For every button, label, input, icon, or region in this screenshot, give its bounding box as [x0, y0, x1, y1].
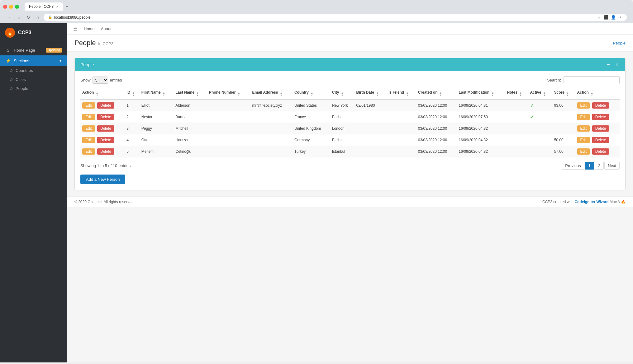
new-tab-button[interactable]: + [63, 2, 71, 11]
topnav-home-link[interactable]: Home [84, 26, 95, 31]
delete-button-2[interactable]: Delete [97, 114, 114, 120]
add-person-button[interactable]: Add a New Person [80, 175, 125, 184]
cell-email-1: mrr@f-society.xyz [250, 100, 293, 111]
menu-icon[interactable]: ⋮ [618, 15, 622, 20]
col-action-left: Action ▲▼ [80, 88, 125, 100]
next-button[interactable]: Next [604, 162, 620, 170]
page-title-wrap: People in CCP3 [74, 39, 113, 47]
cell-city-2: Paris [330, 111, 355, 123]
star-icon[interactable]: ☆ [597, 15, 601, 20]
cell-email-2 [250, 111, 293, 123]
edit-button-5[interactable]: Edit [82, 148, 95, 155]
sidebar-item-countries[interactable]: Countries [0, 66, 67, 75]
col-birth-date: Birth Date ▲▼ [354, 88, 387, 100]
edit-button-1[interactable]: Edit [82, 102, 95, 109]
traffic-light-green[interactable] [15, 5, 19, 9]
edit-button-right-1[interactable]: Edit [577, 102, 590, 109]
col-city: City ▲▼ [330, 88, 355, 100]
topnav-about-link[interactable]: About [101, 26, 112, 31]
table-row: Edit Delete 5 Meltem Çetinoğlu Turkey Is… [80, 146, 620, 157]
nav-back-button[interactable]: ‹ [6, 14, 13, 21]
cell-id-4: 4 [125, 134, 139, 146]
col-phone: Phone Number ▲▼ [207, 88, 250, 100]
edit-button-3[interactable]: Edit [82, 125, 95, 132]
delete-button-right-3[interactable]: Delete [592, 125, 609, 132]
edit-button-right-3[interactable]: Edit [577, 125, 590, 132]
footer-right-prefix: CCP3 created with [542, 200, 574, 204]
cell-first-name-5: Meltem [140, 146, 174, 157]
col-country: Country ▲▼ [293, 88, 330, 100]
edit-button-right-4[interactable]: Edit [577, 137, 590, 143]
cell-created-on-4: 03/03/2020 12:00 [416, 134, 457, 146]
edit-button-right-5[interactable]: Edit [577, 148, 590, 155]
delete-button-right-5[interactable]: Delete [592, 148, 609, 155]
app-footer: © 2020 Ozar.net. All rights reserved. CC… [67, 196, 633, 207]
page-subtitle: in CCP3 [98, 41, 113, 46]
cell-city-4: Berlin [330, 134, 355, 146]
page-1-button[interactable]: 1 [585, 162, 594, 170]
sidebar-item-home-label: Home Page [14, 48, 43, 53]
fire-icon-footer: 🔥 [621, 200, 626, 204]
delete-button-3[interactable]: Delete [97, 125, 114, 132]
sidebar-item-home[interactable]: ⌂ Home Page Updated [0, 45, 67, 55]
card-title: People [80, 62, 94, 67]
card-close-button[interactable]: × [614, 62, 620, 68]
sidebar-item-sections-label: Sections [14, 58, 56, 63]
page-2-button[interactable]: 2 [595, 162, 604, 170]
cell-last-name-2: Burma [174, 111, 207, 123]
cell-country-3: United Kingdom [293, 123, 330, 134]
card-minimize-button[interactable]: − [606, 62, 611, 68]
cell-is-friend-4 [387, 134, 416, 146]
cell-score-5: 57.00 [552, 146, 575, 157]
cell-score-1: 93.00 [552, 100, 575, 111]
browser-tab-active[interactable]: People | CCP3 ✕ [25, 2, 63, 11]
tab-close-icon[interactable]: ✕ [56, 5, 59, 8]
entries-select[interactable]: 5 10 25 50 [93, 77, 108, 84]
cell-city-3: London [330, 123, 355, 134]
edit-button-right-2[interactable]: Edit [577, 114, 590, 120]
sidebar-item-cities[interactable]: Cities [0, 75, 67, 84]
cell-first-name-2: Nestor [140, 111, 174, 123]
delete-button-right-1[interactable]: Delete [592, 102, 609, 109]
col-email: Email Address ▲▼ [250, 88, 293, 100]
traffic-light-yellow[interactable] [9, 5, 13, 9]
nav-refresh-button[interactable]: ↻ [25, 14, 32, 21]
col-score: Score ▲▼ [552, 88, 575, 100]
brand-icon: 🔥 [5, 28, 15, 38]
address-bar[interactable]: 🔒 localhost:8080/people ☆ ⬛ 👤 ⋮ [44, 14, 627, 21]
delete-button-1[interactable]: Delete [97, 102, 114, 109]
breadcrumb-people[interactable]: People [613, 41, 626, 45]
edit-button-4[interactable]: Edit [82, 137, 95, 143]
traffic-light-red[interactable] [3, 5, 7, 9]
search-input[interactable] [564, 76, 620, 84]
cell-last-name-5: Çetinoğlu [174, 146, 207, 157]
main-content: ☰ Home About People in CCP3 People Peopl… [67, 23, 633, 362]
cell-notes-3 [505, 123, 528, 134]
people-card: People − × Show 5 10 25 [74, 58, 626, 190]
cell-score-4: 50.00 [552, 134, 575, 146]
col-active: Active ▲▼ [528, 88, 552, 100]
extension-icon[interactable]: ⬛ [603, 15, 608, 20]
cell-email-5 [250, 146, 293, 157]
profile-icon[interactable]: 👤 [611, 15, 616, 20]
footer-codeigniter-link[interactable]: CodeIgniter Wizard [574, 200, 608, 204]
delete-button-4[interactable]: Delete [97, 137, 114, 143]
hamburger-icon[interactable]: ☰ [73, 26, 78, 32]
sidebar-item-people[interactable]: People [0, 84, 67, 93]
table-row: Edit Delete 3 Peggy Mitchell United King… [80, 123, 620, 134]
table-footer: Showing 1 to 5 of 10 entries Previous 1 … [80, 162, 620, 170]
cell-birth-date-3 [354, 123, 387, 134]
nav-forward-button[interactable]: › [16, 14, 22, 21]
card-body: Show 5 10 25 50 entries Search: [75, 71, 625, 175]
cell-birth-date-5 [354, 146, 387, 157]
sidebar-item-sections[interactable]: ⚡ Sections ▼ [0, 55, 67, 66]
edit-button-2[interactable]: Edit [82, 114, 95, 120]
action-cell-right-1: Edit Delete [575, 100, 620, 111]
delete-button-right-4[interactable]: Delete [592, 137, 609, 143]
previous-button[interactable]: Previous [562, 162, 584, 170]
cell-phone-3 [207, 123, 250, 134]
delete-button-5[interactable]: Delete [97, 148, 114, 155]
nav-home-button[interactable]: ⌂ [34, 14, 41, 21]
delete-button-right-2[interactable]: Delete [592, 114, 609, 120]
cell-last-modification-3: 16/09/2020 04:32 [457, 123, 505, 134]
